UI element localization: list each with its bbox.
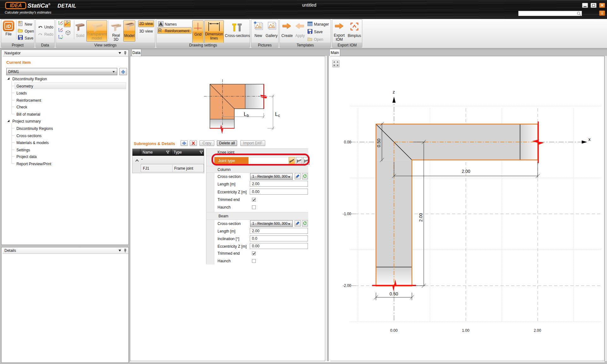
svg-text:Lc: Lc (275, 111, 280, 118)
svg-text:2.00: 2.00 (418, 213, 423, 221)
svg-text:z: z (393, 89, 395, 94)
svg-text:1.00: 1.00 (462, 328, 469, 333)
svg-text:-1.00: -1.00 (343, 212, 352, 216)
svg-text:x: x (62, 22, 63, 24)
svg-text:0.00: 0.00 (390, 328, 398, 333)
svg-text:2.00: 2.00 (534, 328, 541, 333)
svg-text:x: x (62, 29, 63, 31)
svg-text:0.50: 0.50 (389, 291, 398, 296)
svg-text:Y: Y (62, 36, 63, 38)
svg-text:Lb: Lb (244, 111, 249, 118)
svg-text:x: x (588, 137, 591, 142)
svg-text:0.50: 0.50 (376, 139, 381, 147)
svg-text:2.00: 2.00 (462, 169, 470, 174)
svg-text:-2.00: -2.00 (343, 283, 352, 288)
svg-text:0.00: 0.00 (344, 140, 352, 144)
